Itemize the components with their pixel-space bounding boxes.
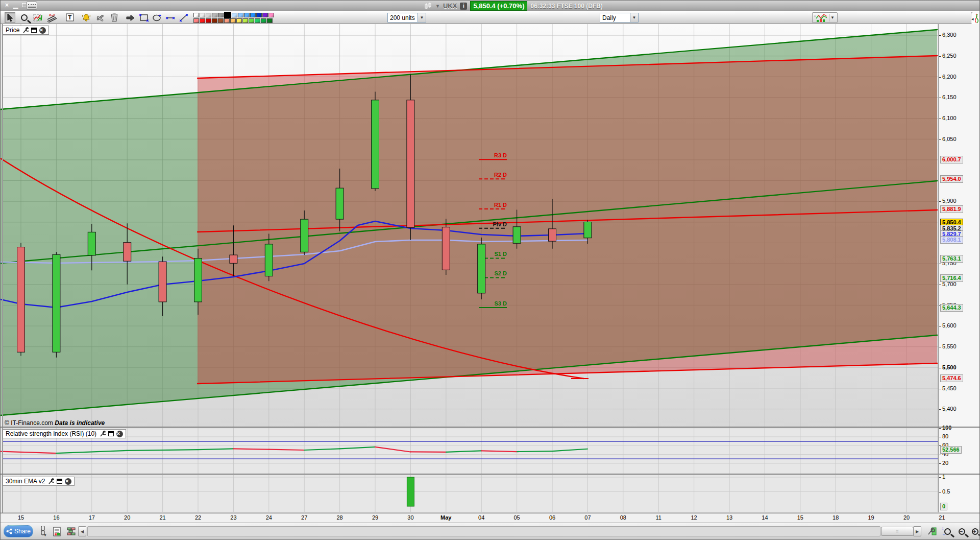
pivot-label: S3 D: [495, 300, 507, 307]
close-panel-icon[interactable]: ✕: [116, 431, 123, 437]
scroll-left-button[interactable]: ◀: [78, 526, 86, 536]
price-chart[interactable]: R3 DR2 DR1 DPiv DS1 DS2 DS3 D: [1, 24, 980, 427]
horizontal-segment-icon[interactable]: ✕✕: [165, 12, 176, 23]
color-swatch[interactable]: [218, 13, 224, 17]
color-swatch[interactable]: [268, 13, 274, 17]
order-book-icon[interactable]: [66, 526, 77, 537]
chevron-down-icon[interactable]: ▼: [418, 13, 426, 22]
share-button[interactable]: Share: [4, 525, 33, 537]
color-swatch[interactable]: [236, 18, 242, 23]
rsi-chart[interactable]: [1, 428, 980, 474]
color-swatch[interactable]: [255, 18, 260, 23]
select-tool-icon[interactable]: [5, 12, 15, 23]
close-panel-icon[interactable]: ✕: [65, 478, 71, 485]
color-swatch[interactable]: [224, 18, 230, 23]
alarm-bell-icon[interactable]: [81, 12, 92, 23]
minimize-window-icon[interactable]: ▁: [12, 2, 19, 9]
close-panel-icon[interactable]: ✕: [39, 27, 46, 34]
window-icon[interactable]: [31, 28, 37, 33]
color-swatch[interactable]: [218, 18, 224, 23]
keyboard-icon[interactable]: [26, 2, 37, 10]
timeframe-dropdown[interactable]: Daily ▼: [600, 13, 639, 22]
horizontal-scrollbar[interactable]: ≡: [87, 526, 880, 536]
color-swatch[interactable]: [193, 18, 199, 23]
delete-trash-icon[interactable]: [109, 12, 119, 23]
arrow-drawing-icon[interactable]: [125, 12, 136, 23]
info-icon[interactable]: i: [460, 3, 467, 10]
color-swatch[interactable]: [206, 18, 211, 23]
tools-settings-icon[interactable]: [94, 12, 105, 23]
color-swatch[interactable]: [267, 18, 273, 23]
color-swatch[interactable]: [200, 18, 205, 23]
color-swatch[interactable]: [262, 13, 268, 17]
color-swatch[interactable]: [212, 13, 217, 17]
news-icon[interactable]: [52, 526, 63, 537]
side-panel-toggle[interactable]: ◂: [971, 12, 980, 25]
wrench-icon[interactable]: [99, 431, 106, 437]
color-swatch[interactable]: [224, 12, 231, 18]
price-badge: 5,644.3: [940, 304, 963, 312]
color-swatch[interactable]: [230, 18, 236, 23]
time-axis-label: 05: [507, 514, 527, 521]
color-swatch[interactable]: [206, 13, 211, 17]
text-tool-icon[interactable]: T: [65, 12, 76, 23]
panel-divider[interactable]: [1, 474, 980, 475]
link-charts-icon[interactable]: ▼: [37, 526, 48, 537]
color-swatch[interactable]: [242, 18, 248, 23]
zoom-in-icon[interactable]: +: [969, 526, 980, 537]
time-axis-label: 08: [613, 514, 633, 521]
time-axis-label: 06: [542, 514, 562, 521]
symbol-label[interactable]: UKX: [443, 2, 457, 10]
price-axis-label: 5,900: [942, 198, 957, 204]
color-swatch[interactable]: [200, 13, 205, 17]
color-swatch[interactable]: [212, 18, 217, 23]
pivot-label: S2 D: [495, 270, 507, 276]
rsi-panel-header: Relative strength index (RSI) (10) ✕: [3, 429, 126, 438]
chevron-down-icon[interactable]: ▼: [829, 14, 836, 21]
scroll-right-button[interactable]: ▶: [913, 526, 921, 536]
color-swatch[interactable]: [244, 13, 250, 17]
panel-divider[interactable]: [1, 427, 980, 428]
color-swatch[interactable]: [256, 13, 262, 17]
time-axis: 151617202122232427282930May0405060708111…: [1, 513, 980, 522]
price-badge: 5,474.6: [940, 374, 963, 382]
price-axis-label: 5,600: [942, 322, 957, 328]
color-swatch[interactable]: [250, 13, 256, 17]
scrollbar-thumb[interactable]: ≡: [881, 527, 914, 536]
trendline-drawing-icon[interactable]: ✕✕: [178, 12, 189, 23]
rectangle-drawing-icon[interactable]: ✕✕: [138, 12, 149, 23]
wrench-icon[interactable]: [47, 478, 54, 485]
color-swatch[interactable]: [193, 13, 199, 17]
zoom-tool-icon[interactable]: [19, 12, 30, 23]
candle-May: [442, 219, 450, 275]
chevron-down-icon[interactable]: ▼: [630, 13, 638, 22]
chart-settings-icon[interactable]: [926, 526, 938, 537]
price-axis[interactable]: 6,3006,2506,2006,1506,1006,0505,9005,750…: [939, 24, 980, 522]
zoom-out-icon[interactable]: −: [956, 526, 967, 537]
zoom-axes-icon[interactable]: ↕↔: [942, 526, 953, 537]
color-swatch[interactable]: [238, 13, 243, 17]
svg-text:+: +: [159, 13, 161, 18]
indicator-tool-icon[interactable]: [32, 12, 43, 23]
ema-chart[interactable]: [1, 475, 980, 512]
pivot-label: S1 D: [495, 251, 507, 257]
chart-type-button[interactable]: + ▼: [812, 12, 838, 23]
candle-15: [17, 243, 25, 356]
units-dropdown[interactable]: 200 units ▼: [387, 13, 426, 22]
window-icon[interactable]: [57, 479, 62, 484]
color-swatch[interactable]: [249, 18, 254, 23]
symbol-dropdown-icon[interactable]: ▼: [435, 4, 440, 9]
wrench-icon[interactable]: [22, 27, 29, 34]
time-axis-label: 29: [365, 514, 385, 521]
ellipse-drawing-icon[interactable]: +: [152, 12, 162, 23]
time-axis-label: 18: [825, 514, 846, 521]
color-swatch[interactable]: [232, 13, 237, 17]
color-swatch[interactable]: [261, 18, 266, 23]
share-button-label: Share: [14, 528, 31, 535]
price-badge: 5,808.1: [940, 236, 963, 244]
window-icon[interactable]: [108, 431, 114, 436]
rsi-current-badge: 52.566: [940, 446, 962, 454]
close-window-icon[interactable]: ×: [3, 2, 11, 9]
rsi-axis-label: 80: [942, 433, 948, 439]
raff-channel-tool-icon[interactable]: Raff: [46, 12, 57, 23]
